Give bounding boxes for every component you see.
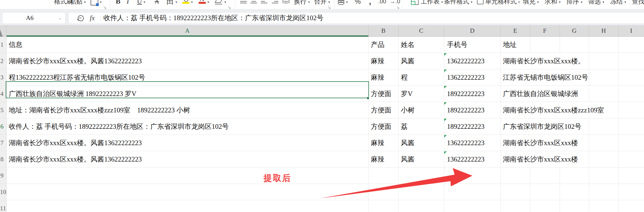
annotation-arrow	[0, 0, 644, 212]
